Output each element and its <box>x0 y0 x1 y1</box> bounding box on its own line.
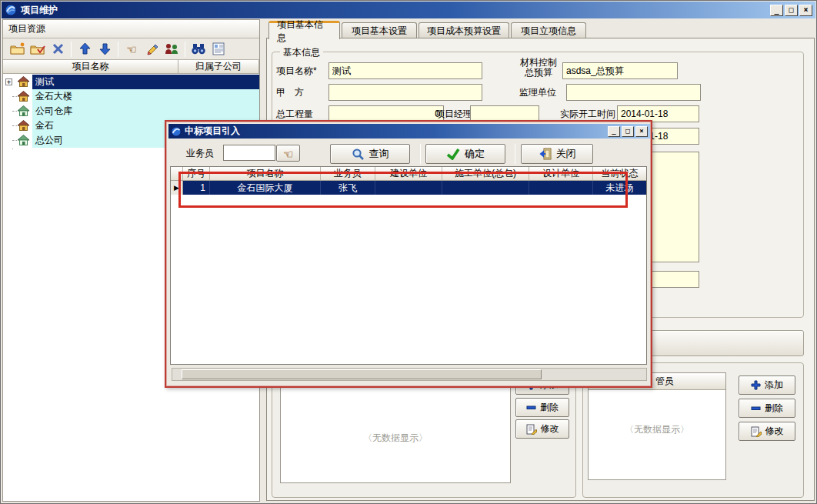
tab-project-basic-settings[interactable]: 项目基本设置 <box>342 22 417 38</box>
horizontal-scrollbar[interactable] <box>172 368 647 381</box>
cell-project-name: 金石国际大厦 <box>210 181 321 195</box>
edit-button-label: 修改 <box>765 425 784 438</box>
col-status[interactable]: 当前状态 <box>593 167 646 180</box>
delete-button-label: 删除 <box>540 401 559 414</box>
col-project-name[interactable]: 项目名称 <box>210 167 321 180</box>
tree-gutter: + <box>3 75 32 89</box>
tab-project-basic-info[interactable]: 项目基本信息 <box>268 21 340 39</box>
dialog-titlebar: 中标项目引入 _ □ × <box>168 124 650 139</box>
material-budget-label-line2: 总预算 <box>525 67 552 78</box>
main-titlebar: 项目维护 _ □ × <box>2 2 815 18</box>
col-contractor[interactable]: 施工单位(总包) <box>442 167 529 180</box>
house-yellow-icon <box>17 75 30 88</box>
dialog-icon <box>171 126 182 137</box>
find-button[interactable] <box>188 40 208 58</box>
col-designer[interactable]: 设计单位 <box>529 167 593 180</box>
window-title: 项目维护 <box>21 4 769 17</box>
toolbar-separator <box>420 144 421 164</box>
tree-row-selected[interactable]: + 测试 <box>3 75 259 89</box>
col-builder[interactable]: 建设单位 <box>375 167 442 180</box>
salesman-input[interactable] <box>223 145 275 161</box>
delete-button[interactable]: 删除 <box>739 399 795 418</box>
groupbox-title: 基本信息 <box>280 46 323 59</box>
main-window: 项目维护 _ □ × 项目资源 ☜ <box>0 0 817 504</box>
grid-header-row: 序号 项目名称 业务员 建设单位 施工单位(总包) 设计单位 当前状态 <box>171 167 646 181</box>
winning-bid-import-dialog: 中标项目引入 _ □ × 业务员 ☜ 查询 确定 关闭 序号 项目名称 <box>165 120 652 388</box>
tree-item-label: 测试 <box>35 75 54 88</box>
right-data-grid[interactable]: 管员 〈无数据显示〉 <box>588 372 726 480</box>
query-button[interactable]: 查询 <box>330 144 410 164</box>
column-project-name[interactable]: 项目名称 <box>3 60 178 73</box>
minimize-button[interactable]: _ <box>770 5 783 16</box>
tab-label: 项目立项信息 <box>521 25 576 38</box>
salesman-label: 业务员 <box>186 147 214 160</box>
party-a-input[interactable] <box>328 84 482 101</box>
dialog-close-button[interactable]: × <box>635 126 648 137</box>
delete-button-label: 删除 <box>765 402 783 415</box>
supervisor-input[interactable] <box>566 84 701 101</box>
delete-node-button[interactable] <box>48 40 68 58</box>
house-yellow-icon <box>17 119 30 132</box>
toolbar-separator <box>118 42 118 57</box>
tab-project-approval-info[interactable]: 项目立项信息 <box>511 22 586 38</box>
new-folder-button[interactable] <box>8 40 28 58</box>
tab-label: 项目成本预算设置 <box>427 25 501 38</box>
column-subsidiary[interactable]: 归属子公司 <box>178 60 259 73</box>
panel-header-label: 项目资源 <box>8 22 45 35</box>
close-button[interactable]: × <box>799 5 812 16</box>
report-view-button[interactable] <box>208 40 228 58</box>
col-label: 项目名称 <box>247 167 284 180</box>
col-no[interactable]: 序号 <box>183 167 210 180</box>
supervisor-label: 监理单位 <box>519 84 556 101</box>
assign-hand-button[interactable]: ☜ <box>122 40 142 58</box>
tab-label: 项目基本设置 <box>352 25 407 38</box>
tree-item-label: 总公司 <box>35 134 63 147</box>
tree-gutter <box>3 104 32 118</box>
dialog-minimize-button[interactable]: _ <box>608 126 620 137</box>
cell-salesman: 张飞 <box>321 181 375 195</box>
col-salesman[interactable]: 业务员 <box>321 167 375 180</box>
ok-button[interactable]: 确定 <box>425 144 505 164</box>
maximize-button[interactable]: □ <box>785 5 798 16</box>
row-selector: ▶ <box>171 181 183 195</box>
pencil-button[interactable] <box>142 40 162 58</box>
project-name-input[interactable] <box>328 62 482 79</box>
no-data-text: 〈无数据显示〉 <box>589 423 725 436</box>
tab-project-cost-budget[interactable]: 项目成本预算设置 <box>419 22 509 38</box>
tree-item-label: 金石 <box>35 119 54 132</box>
salesman-pick-button[interactable]: ☜ <box>276 145 300 162</box>
tree-gutter <box>3 89 32 104</box>
tree-column-header: 项目名称 归属子公司 <box>3 60 259 74</box>
toolbar-separator <box>515 144 515 164</box>
close-dialog-button[interactable]: 关闭 <box>521 144 593 164</box>
party-a-label: 甲 方 <box>276 84 304 101</box>
delete-button[interactable]: 删除 <box>515 398 569 417</box>
ok-button-label: 确定 <box>465 147 485 161</box>
selector-header <box>171 167 183 180</box>
material-budget-input[interactable] <box>562 62 678 79</box>
edit-button[interactable]: 修改 <box>739 422 795 441</box>
users-button[interactable] <box>162 40 182 58</box>
tree-row[interactable]: 公司仓库 <box>3 104 259 118</box>
edit-button[interactable]: 修改 <box>515 419 569 439</box>
tree-row[interactable]: 金石大楼 <box>3 89 259 104</box>
expand-icon[interactable]: + <box>5 78 12 85</box>
bid-project-grid[interactable]: 序号 项目名称 业务员 建设单位 施工单位(总包) 设计单位 当前状态 ▶ 1 … <box>170 166 647 365</box>
grid-row-selected[interactable]: ▶ 1 金石国际大厦 张飞 未进场 <box>171 181 646 195</box>
cell-builder <box>375 181 442 195</box>
col-label: 设计单位 <box>542 167 579 180</box>
tree-item-label: 公司仓库 <box>35 105 72 118</box>
dialog-title: 中标项目引入 <box>185 125 606 138</box>
edit-folder-button[interactable] <box>28 40 48 58</box>
move-down-button[interactable] <box>95 40 115 58</box>
cell-contractor <box>442 181 529 195</box>
tab-label: 项目基本信息 <box>277 18 332 45</box>
add-button-label: 添加 <box>765 379 783 392</box>
add-button[interactable]: 添加 <box>739 375 795 395</box>
cell-no: 1 <box>183 181 210 195</box>
dialog-maximize-button[interactable]: □ <box>622 126 634 137</box>
col-label: 当前状态 <box>602 167 639 180</box>
scrollbar-thumb[interactable] <box>182 369 542 379</box>
close-button-label: 关闭 <box>556 147 576 161</box>
move-up-button[interactable] <box>75 40 95 58</box>
